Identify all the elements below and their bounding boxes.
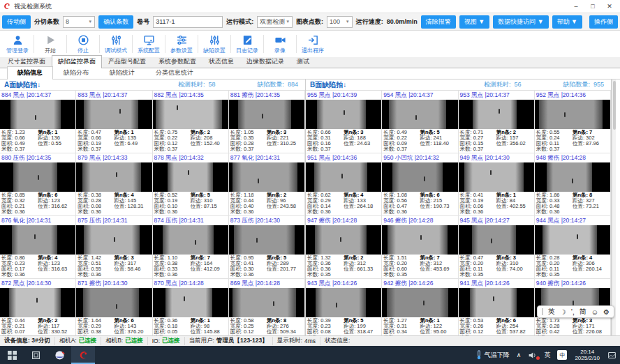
ime-grip-handle[interactable]	[542, 308, 543, 315]
weather-widget[interactable]: 气温下降	[472, 346, 513, 364]
defect-image[interactable]	[229, 288, 304, 317]
defect-image[interactable]	[306, 288, 381, 317]
tab-item[interactable]: 测试	[290, 55, 316, 68]
defect-image[interactable]	[459, 100, 534, 129]
defect-image[interactable]	[459, 225, 534, 255]
taskbar-app-inspection-icon[interactable]	[71, 346, 95, 364]
ime-punctuation[interactable]: ’,	[571, 308, 575, 316]
defect-cell-header[interactable]: 882 黑点 |20:14:35	[153, 91, 228, 100]
defect-image[interactable]	[153, 288, 228, 317]
taskbar-clock[interactable]: 20:14 2025/2/10	[570, 349, 604, 361]
defect-image[interactable]	[535, 162, 610, 192]
ime-moon-icon[interactable]: ☽	[560, 308, 566, 316]
tray-expand-chevron[interactable]: ∧	[513, 346, 525, 364]
start-button[interactable]	[0, 346, 24, 364]
defect-cell-header[interactable]: 953 黑点 |20:14:37	[459, 91, 534, 100]
defect-cell-header[interactable]: 946 擦伤 |20:14:28	[382, 216, 457, 225]
toolbar-button-log[interactable]: 日志记录	[232, 34, 262, 54]
toolbar-button-play[interactable]: 开始	[36, 34, 65, 54]
toolbar-button-defect[interactable]: 缺陷设置	[200, 34, 229, 54]
defect-image[interactable]	[459, 288, 534, 317]
defect-image[interactable]	[153, 162, 228, 192]
tab-item[interactable]: 状态信息	[202, 55, 240, 68]
subtab-active[interactable]: 缺陷信息	[7, 66, 53, 79]
defect-cell-header[interactable]: 876 氧化 |20:14:31	[0, 216, 75, 225]
defect-image[interactable]	[535, 100, 610, 129]
clear-alarm-button[interactable]: 清除报警	[421, 15, 456, 29]
chart-points-select[interactable]: 100▼	[327, 16, 353, 28]
defect-image[interactable]	[76, 288, 152, 317]
scrollbar-thumb[interactable]	[613, 81, 616, 130]
defect-cell-header[interactable]: 871 擦伤 |20:14:30	[76, 279, 152, 288]
defect-image[interactable]	[153, 100, 228, 129]
defect-cell-header[interactable]: 954 黑点 |20:14:37	[382, 91, 457, 100]
defect-cell-header[interactable]: 944 黑点 |20:14:27	[535, 216, 610, 225]
ime-settings-gear-icon[interactable]: ⚙	[603, 308, 610, 316]
data-quick-access-menu-button[interactable]: 数据快捷访问 ▼	[493, 15, 548, 29]
subtab-item[interactable]: 缺陷分布	[53, 66, 99, 79]
defect-image[interactable]	[76, 225, 152, 255]
ime-emoji-icon[interactable]: ☺	[591, 308, 598, 316]
defect-image[interactable]	[229, 225, 304, 255]
defect-cell-header[interactable]: 869 黑点 |20:14:28	[229, 279, 304, 288]
defect-image[interactable]	[76, 162, 152, 192]
subtab-item[interactable]: 分类信息统计	[145, 66, 204, 79]
toolbar-button-user[interactable]: 管理登录	[3, 34, 32, 54]
language-indicator[interactable]: 英	[540, 346, 554, 364]
ime-simplified[interactable]: 简	[580, 307, 586, 317]
toolbar-button-exit[interactable]: 退出程序	[298, 34, 327, 54]
slit-count-select[interactable]: 8▼	[63, 16, 95, 28]
defect-image[interactable]	[459, 162, 534, 192]
run-mode-select[interactable]: 双面检测▼	[257, 16, 293, 28]
minimize-button[interactable]: –	[568, 1, 584, 11]
defect-cell-header[interactable]: 955 黑点 |20:14:39	[306, 91, 381, 100]
defect-cell-header[interactable]: 879 黑点 |20:14:33	[76, 153, 152, 162]
defect-cell-header[interactable]: 951 黑点 |20:14:36	[306, 153, 381, 162]
defect-image[interactable]	[382, 288, 457, 317]
defect-cell-header[interactable]: 870 黑点 |20:14:28	[153, 279, 228, 288]
view-menu-button[interactable]: 视图 ▼	[459, 15, 489, 29]
defect-cell-header[interactable]: 949 黑点 |20:14:30	[459, 153, 534, 162]
defect-cell-header[interactable]: 880 压伤 |20:14:35	[0, 153, 75, 162]
defect-cell-header[interactable]: 872 黑点 |20:14:30	[0, 279, 75, 288]
defect-image[interactable]	[382, 162, 457, 192]
defect-cell-header[interactable]: 881 擦伤 |20:14:35	[229, 91, 304, 100]
defect-image[interactable]	[0, 288, 75, 317]
defect-image[interactable]	[306, 225, 381, 255]
close-button[interactable]: ✕	[602, 1, 617, 11]
defect-cell-header[interactable]: 945 黑点 |20:14:27	[459, 216, 534, 225]
defect-image[interactable]	[229, 100, 304, 129]
action-center-icon[interactable]	[604, 346, 620, 364]
toolbar-button-debug[interactable]: 调试模式	[101, 34, 131, 54]
defect-image[interactable]	[76, 100, 152, 129]
defect-cell-header[interactable]: 952 黑点 |20:14:36	[535, 91, 610, 100]
taskbar-app-media-icon[interactable]	[47, 346, 71, 364]
defect-image[interactable]	[306, 162, 381, 192]
defect-image[interactable]	[382, 225, 457, 255]
defect-image[interactable]	[0, 162, 75, 192]
help-menu-button[interactable]: 帮助 ▼	[552, 15, 582, 29]
volume-icon[interactable]	[524, 346, 540, 364]
task-view-button[interactable]	[24, 346, 47, 364]
ime-lang-english[interactable]: 英	[548, 307, 555, 317]
operate-side-button[interactable]: 操作侧	[589, 15, 618, 29]
subtab-item[interactable]: 缺陷统计	[99, 66, 145, 79]
defect-cell-header[interactable]: 948 擦伤 |20:14:28	[535, 153, 610, 162]
toolbar-button-system[interactable]: 系统配置	[134, 34, 163, 54]
ime-tray-icon[interactable]: 中	[554, 346, 570, 364]
defect-cell-header[interactable]: 947 擦伤 |20:14:28	[306, 216, 381, 225]
defect-cell-header[interactable]: 950 小凹坑 |20:14:32	[382, 153, 457, 162]
tab-item[interactable]: 边缘数据记录	[240, 55, 290, 68]
defect-image[interactable]	[382, 100, 457, 129]
defect-image[interactable]	[229, 162, 304, 192]
defect-cell-header[interactable]: 941 黑点 |20:14:26	[459, 279, 534, 288]
toolbar-button-video[interactable]: 录像	[265, 34, 295, 54]
defect-cell-header[interactable]: 942 擦伤 |20:14:26	[382, 279, 457, 288]
defect-image[interactable]	[306, 100, 381, 129]
defect-image[interactable]	[535, 225, 610, 255]
toolbar-button-stop[interactable]: 停止	[68, 34, 98, 54]
defect-image[interactable]	[0, 225, 75, 255]
toolbar-button-params[interactable]: 参数设置	[167, 34, 196, 54]
defect-cell-header[interactable]: 884 黑点 |20:14:37	[0, 91, 75, 100]
defect-cell-header[interactable]: 874 压伤 |20:14:31	[153, 216, 228, 225]
